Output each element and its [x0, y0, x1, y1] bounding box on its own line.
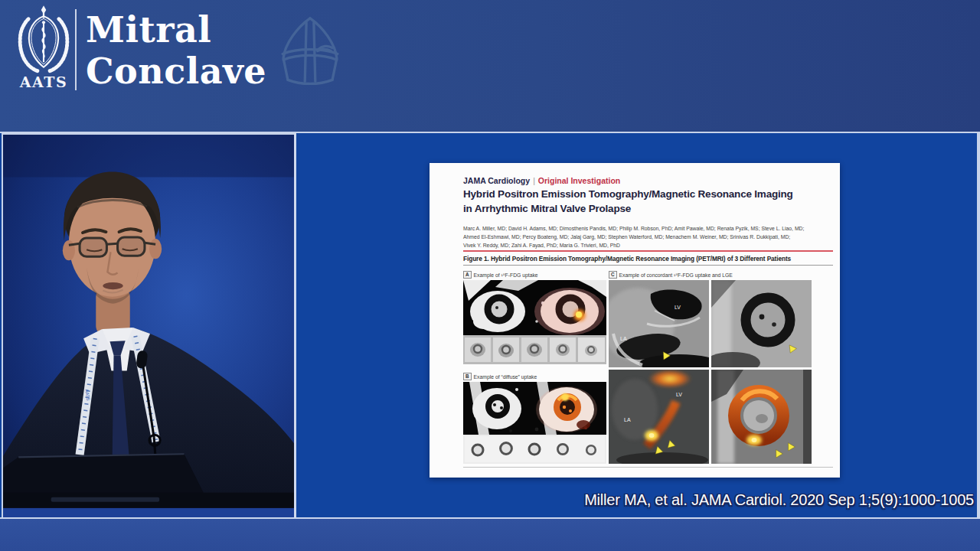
mitre-watermark-icon [273, 15, 348, 113]
fdg-hotspot [561, 393, 569, 401]
panel-b-key: B [463, 373, 472, 380]
article-type: Original Investigation [538, 176, 620, 185]
panel-a-label: A Example of ¹⁸F-FDG uptake [463, 271, 538, 279]
panel-c-mri-short-axis [711, 280, 812, 367]
author-line: Ahmed El-Eshmawi, MD; Percy Boateng, MD;… [463, 233, 804, 241]
panel-b-label-text: Example of “diffuse” uptake [474, 374, 537, 380]
journal-name: JAMA Cardiology [463, 176, 530, 185]
panel-c-label-text: Example of concordant ¹⁸F-FDG uptake and… [619, 272, 733, 278]
panel-a-label-text: Example of ¹⁸F-FDG uptake [474, 272, 538, 278]
figure-bottom-divider [463, 467, 833, 468]
figure-caption: Figure 1. Hybrid Positron Emission Tomog… [463, 255, 791, 262]
panel-divider [294, 133, 296, 517]
panel-c-key: C [609, 271, 617, 279]
panel-b-pet-image [463, 382, 606, 435]
lv-label: LV [676, 392, 682, 397]
panel-a-thumbnail-strip [463, 335, 606, 364]
slide: JAMA Cardiology|Original Investigation H… [430, 163, 840, 478]
red-divider [463, 250, 833, 252]
panel-c-mri-long-axis: LV LA [609, 280, 709, 367]
conference-title-line2: Conclave [86, 51, 266, 92]
conference-title: Mitral Conclave [86, 9, 266, 92]
aats-logo-text: AATS [11, 73, 77, 90]
panel-b-label: B Example of “diffuse” uptake [463, 373, 537, 380]
panel-c-label: C Example of concordant ¹⁸F-FDG uptake a… [609, 271, 733, 279]
panel-b-thumbnail-strip [463, 435, 606, 464]
la-label: LA [620, 336, 627, 341]
la-label: LA [624, 417, 631, 422]
paper-title-line2: in Arrhythmic Mitral Valve Prolapse [463, 201, 793, 216]
presentation-stage: AATS [0, 132, 980, 517]
aats-logo-icon [14, 5, 74, 75]
kicker-separator: | [530, 176, 538, 185]
journal-kicker: JAMA Cardiology|Original Investigation [463, 176, 620, 185]
paper-title: Hybrid Positron Emission Tomography/Magn… [463, 187, 793, 216]
panel-a-pet-image [463, 280, 606, 335]
author-line: Vivek Y. Reddy, MD; Zahi A. Fayad, PhD; … [463, 241, 804, 249]
author-line: Marc A. Miller, MD; David H. Adams, MD; … [463, 224, 804, 233]
caption-divider [463, 265, 833, 266]
citation-text: Miller MA, et al. JAMA Cardiol. 2020 Sep… [584, 491, 974, 509]
panel-c-fusion-long-axis: LV LA [609, 370, 709, 464]
panel-c-fusion-short-axis [711, 370, 812, 464]
speaker-video: AATS [2, 133, 296, 519]
author-list: Marc A. Miller, MD; David H. Adams, MD; … [463, 224, 804, 249]
footer-bar [0, 517, 980, 551]
lv-label: LV [675, 305, 681, 310]
panel-a-key: A [463, 271, 472, 279]
conference-title-line1: Mitral [86, 9, 266, 51]
speaker-video-frame: AATS [3, 135, 294, 517]
banner-divider [75, 9, 77, 90]
header-banner: AATS Mitral Conclave [0, 0, 980, 132]
paper-title-line1: Hybrid Positron Emission Tomography/Magn… [463, 187, 793, 201]
stage-floor-strip [3, 508, 294, 517]
